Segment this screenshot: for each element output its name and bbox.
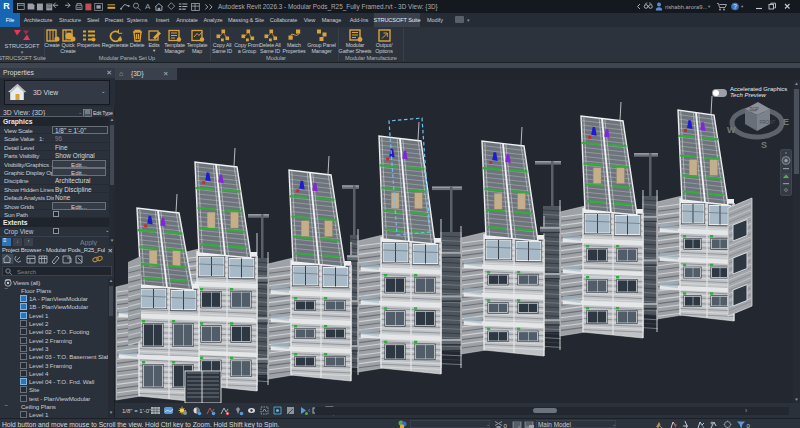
svg-text:0: 0 [504, 423, 508, 428]
svg-text:FRONT: FRONT [760, 120, 776, 125]
svg-text:0: 0 [747, 423, 751, 428]
svg-text:A: A [145, 3, 151, 12]
svg-text:?: ? [733, 3, 737, 10]
svg-text:▾: ▾ [741, 4, 744, 9]
svg-text:S: S [761, 140, 767, 150]
svg-text:rishabh.arora9...: rishabh.arora9... [665, 4, 708, 10]
svg-text:▾: ▾ [708, 4, 711, 9]
svg-text:W: W [727, 125, 736, 135]
svg-text:E: E [783, 117, 789, 127]
svg-text:TOP: TOP [750, 107, 759, 112]
